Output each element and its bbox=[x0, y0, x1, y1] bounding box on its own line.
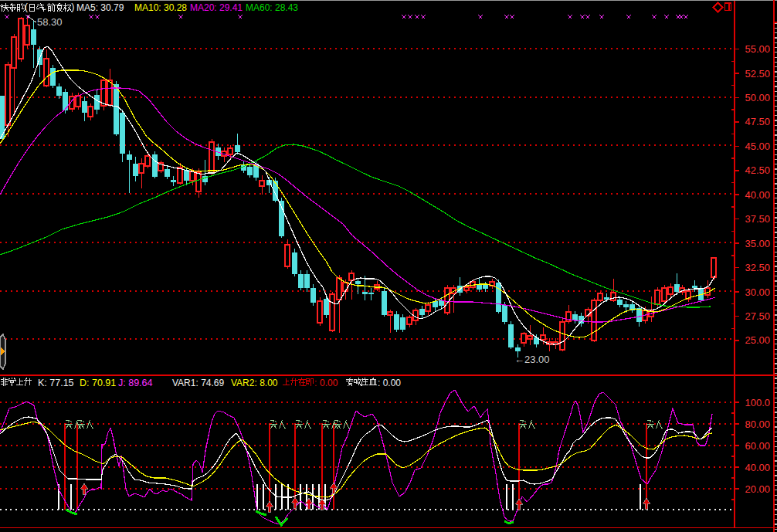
svg-text::: : bbox=[314, 378, 317, 388]
svg-text:): ) bbox=[71, 2, 74, 12]
svg-text:40.00: 40.00 bbox=[745, 189, 770, 201]
svg-text:35.00: 35.00 bbox=[745, 238, 770, 249]
svg-text:MA10: 30.28: MA10: 30.28 bbox=[134, 2, 187, 13]
svg-text:40.00: 40.00 bbox=[745, 462, 770, 473]
svg-text:J: 89.64: J: 89.64 bbox=[118, 378, 153, 388]
svg-text:58.30: 58.30 bbox=[37, 16, 63, 28]
svg-text:42.50: 42.50 bbox=[745, 164, 770, 176]
svg-text:VAR2: 8.00: VAR2: 8.00 bbox=[231, 378, 278, 388]
svg-text:←23.00: ←23.00 bbox=[514, 354, 550, 365]
svg-text:30.00: 30.00 bbox=[745, 286, 770, 298]
svg-text:55.00: 55.00 bbox=[745, 43, 770, 55]
svg-text:25.00: 25.00 bbox=[745, 334, 770, 346]
svg-text:MA60: 28.43: MA60: 28.43 bbox=[246, 2, 298, 13]
svg-text:45.00: 45.00 bbox=[745, 141, 770, 152]
svg-text:20.00: 20.00 bbox=[745, 483, 770, 495]
svg-text:52.50: 52.50 bbox=[745, 68, 770, 80]
svg-text:60.00: 60.00 bbox=[745, 440, 770, 452]
svg-text:32.50: 32.50 bbox=[745, 262, 770, 273]
svg-text:MA5: 30.79: MA5: 30.79 bbox=[76, 2, 124, 13]
svg-text:.: . bbox=[44, 2, 46, 12]
svg-text:100.0: 100.0 bbox=[745, 397, 770, 408]
svg-text:D: 70.91: D: 70.91 bbox=[80, 378, 116, 388]
svg-text:37.50: 37.50 bbox=[745, 213, 770, 225]
svg-text:47.50: 47.50 bbox=[745, 116, 770, 127]
svg-text:27.50: 27.50 bbox=[745, 310, 770, 322]
svg-text:50.00: 50.00 bbox=[745, 92, 770, 103]
svg-text:: 0.00: : 0.00 bbox=[378, 378, 401, 388]
svg-text:K: 77.15: K: 77.15 bbox=[38, 378, 74, 388]
svg-text:VAR1: 74.69: VAR1: 74.69 bbox=[172, 378, 224, 388]
svg-text:MA20: 29.41: MA20: 29.41 bbox=[190, 2, 243, 13]
svg-text:0.00: 0.00 bbox=[320, 378, 338, 388]
svg-text:80.00: 80.00 bbox=[745, 418, 770, 430]
